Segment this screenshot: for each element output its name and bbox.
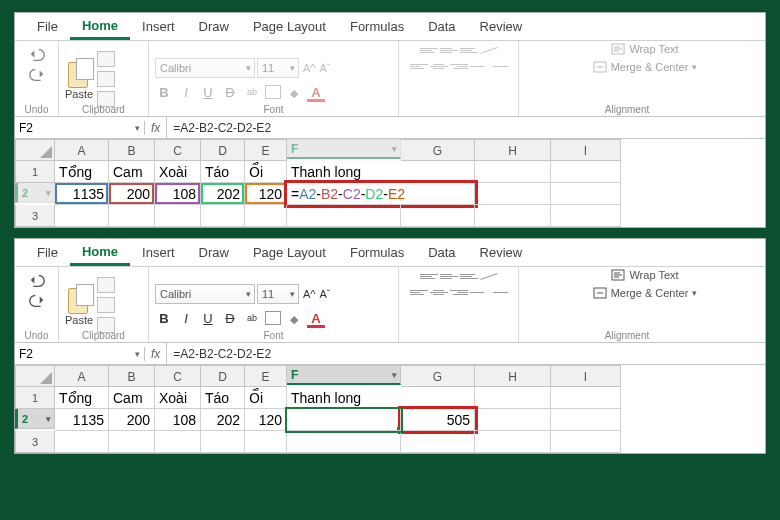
cell-d1[interactable]: Táo: [201, 161, 245, 183]
tab-draw[interactable]: Draw: [187, 15, 241, 38]
col-header-f[interactable]: F: [287, 365, 401, 385]
cell-c1[interactable]: Xoài: [155, 161, 201, 183]
italic-button[interactable]: I: [177, 85, 195, 100]
align-top-button[interactable]: [420, 43, 438, 57]
tab-data[interactable]: Data: [416, 15, 467, 38]
cell-a2[interactable]: 1135: [55, 183, 109, 205]
align-center-button[interactable]: [430, 285, 448, 299]
name-box[interactable]: F2: [15, 121, 145, 135]
cell-f1[interactable]: Thanh long: [287, 387, 475, 409]
cell-c2[interactable]: 108: [155, 183, 201, 205]
align-middle-button[interactable]: [440, 43, 458, 57]
cell-c1[interactable]: Xoài: [155, 387, 201, 409]
grow-font-icon[interactable]: A^: [303, 62, 316, 74]
cell-h1[interactable]: [475, 387, 551, 409]
formula-input[interactable]: =A2-B2-C2-D2-E2: [167, 121, 765, 135]
cell-i1[interactable]: [551, 161, 621, 183]
underline-button[interactable]: U: [199, 85, 217, 100]
orientation-button[interactable]: [480, 269, 498, 283]
cell-h1[interactable]: [475, 161, 551, 183]
cell-d2[interactable]: 202: [201, 409, 245, 431]
merge-center-button[interactable]: Merge & Center ▾: [593, 287, 698, 299]
cell-a1[interactable]: Tổng: [55, 161, 109, 183]
cell-f3[interactable]: [287, 431, 401, 453]
cell-h3[interactable]: [475, 205, 551, 227]
col-header-c[interactable]: C: [155, 365, 201, 387]
tab-file[interactable]: File: [25, 15, 70, 38]
select-all-corner[interactable]: [15, 139, 55, 161]
cell-a2[interactable]: 1135: [55, 409, 109, 431]
col-header-b[interactable]: B: [109, 365, 155, 387]
align-center-button[interactable]: [430, 59, 448, 73]
border-button[interactable]: [265, 311, 281, 325]
cell-b3[interactable]: [109, 431, 155, 453]
cell-f2-editing[interactable]: =A2-B2-C2-D2-E2: [287, 183, 475, 205]
shrink-font-icon[interactable]: Aˇ: [320, 288, 331, 300]
cell-f3[interactable]: [287, 205, 401, 227]
paste-button[interactable]: Paste: [65, 284, 93, 326]
bold-button[interactable]: B: [155, 311, 173, 326]
tab-file[interactable]: File: [25, 241, 70, 264]
orientation-button[interactable]: [480, 43, 498, 57]
cell-f2[interactable]: [287, 409, 401, 431]
col-header-d[interactable]: D: [201, 365, 245, 387]
bold-button[interactable]: B: [155, 85, 173, 100]
col-header-c[interactable]: C: [155, 139, 201, 161]
undo-icon[interactable]: [28, 47, 46, 61]
col-header-i[interactable]: I: [551, 139, 621, 161]
tab-page-layout[interactable]: Page Layout: [241, 241, 338, 264]
cell-b1[interactable]: Cam: [109, 387, 155, 409]
select-all-corner[interactable]: [15, 365, 55, 387]
align-left-button[interactable]: [410, 285, 428, 299]
row-header-2[interactable]: 2: [15, 183, 55, 203]
cell-d3[interactable]: [201, 205, 245, 227]
cell-h2[interactable]: [475, 183, 551, 205]
name-box[interactable]: F2: [15, 347, 145, 361]
font-color-button[interactable]: A: [307, 85, 325, 100]
redo-icon[interactable]: [28, 67, 46, 81]
font-color-button[interactable]: A: [307, 311, 325, 326]
cell-d2[interactable]: 202: [201, 183, 245, 205]
cell-i3[interactable]: [551, 431, 621, 453]
font-size-select[interactable]: 11: [257, 284, 299, 304]
italic-button[interactable]: I: [177, 311, 195, 326]
col-header-f[interactable]: F: [287, 139, 401, 159]
col-header-i[interactable]: I: [551, 365, 621, 387]
cell-d1[interactable]: Táo: [201, 387, 245, 409]
col-header-h[interactable]: H: [475, 365, 551, 387]
col-header-g[interactable]: G: [401, 365, 475, 387]
cell-b2[interactable]: 200: [109, 183, 155, 205]
cell-i1[interactable]: [551, 387, 621, 409]
cell-e1[interactable]: Ổi: [245, 387, 287, 409]
align-top-button[interactable]: [420, 269, 438, 283]
tab-formulas[interactable]: Formulas: [338, 15, 416, 38]
copy-button[interactable]: [97, 297, 115, 313]
tab-review[interactable]: Review: [468, 15, 535, 38]
col-header-d[interactable]: D: [201, 139, 245, 161]
tab-formulas[interactable]: Formulas: [338, 241, 416, 264]
font-name-select[interactable]: Calibri: [155, 58, 255, 78]
cell-b3[interactable]: [109, 205, 155, 227]
cut-button[interactable]: [97, 277, 115, 293]
cell-f1[interactable]: Thanh long: [287, 161, 475, 183]
cell-h2[interactable]: [475, 409, 551, 431]
border-button[interactable]: [265, 85, 281, 99]
copy-button[interactable]: [97, 71, 115, 87]
row-header-1[interactable]: 1: [15, 387, 55, 409]
cell-g2-result[interactable]: 505: [401, 409, 475, 431]
cell-c3[interactable]: [155, 431, 201, 453]
shrink-font-icon[interactable]: Aˇ: [320, 62, 331, 74]
cell-i2[interactable]: [551, 409, 621, 431]
formula-input[interactable]: =A2-B2-C2-D2-E2: [167, 347, 765, 361]
tab-home[interactable]: Home: [70, 14, 130, 40]
cell-d3[interactable]: [201, 431, 245, 453]
cell-c3[interactable]: [155, 205, 201, 227]
font-size-select[interactable]: 11: [257, 58, 299, 78]
indent-right-button[interactable]: [490, 285, 508, 299]
row-header-1[interactable]: 1: [15, 161, 55, 183]
row-header-2[interactable]: 2: [15, 409, 55, 429]
tab-insert[interactable]: Insert: [130, 241, 187, 264]
row-header-3[interactable]: 3: [15, 205, 55, 227]
font-name-select[interactable]: Calibri: [155, 284, 255, 304]
undo-icon[interactable]: [28, 273, 46, 287]
